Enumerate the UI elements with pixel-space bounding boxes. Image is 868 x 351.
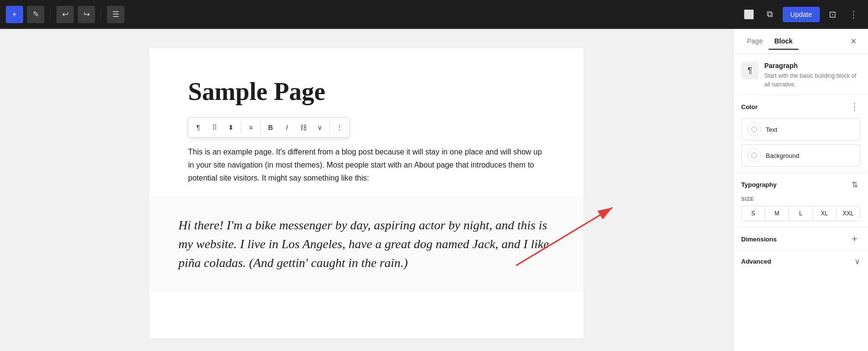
overflow-icon: ⋮ (849, 9, 858, 20)
font-size-buttons: S M L XL XXL (741, 206, 860, 221)
quote-block[interactable]: Hi there! I'm a bike messenger by day, a… (149, 197, 583, 292)
page-title: Sample Page (188, 77, 545, 106)
list-view-button[interactable]: ☰ (107, 6, 124, 23)
move-block-button[interactable]: ⬍ (223, 120, 239, 135)
more-options-button[interactable]: ⋮ (845, 6, 862, 23)
arrows-icon: ⬍ (228, 124, 234, 131)
background-color-label: Background (766, 152, 799, 159)
block-toolbar: ¶ ⠿ ⬍ ≡ B I ⛓ (188, 117, 350, 138)
edit-mode-button[interactable]: ✎ (27, 6, 44, 23)
vertical-dots-icon: ⋮ (850, 101, 859, 112)
more-rich-text-button[interactable]: ∨ (312, 120, 327, 135)
size-label: SIZE (741, 196, 860, 202)
redo-button[interactable]: ↪ (78, 6, 95, 23)
block-desc-text: Paragraph Start with the basic building … (764, 62, 860, 89)
paragraph-block[interactable]: This is an example page. It's different … (188, 145, 545, 185)
toolbar-divider-2 (101, 9, 101, 20)
block-name-label: Paragraph (764, 62, 860, 70)
background-color-circle (747, 149, 761, 162)
paragraph-icon: ¶ (196, 124, 200, 131)
plus-icon: + (12, 10, 16, 19)
redo-icon: ↪ (83, 10, 90, 19)
external-icon: ⧉ (767, 9, 773, 19)
paragraph-type-button[interactable]: ¶ (190, 120, 206, 135)
sidebar-icon: ⊡ (829, 9, 836, 20)
color-options: Text Background (741, 118, 860, 167)
dimensions-title: Dimensions (741, 236, 777, 243)
italic-icon: I (286, 124, 288, 131)
color-section-menu-button[interactable]: ⋮ (849, 101, 860, 112)
toolbar-right: ⬜ ⧉ Update ⊡ ⋮ (740, 6, 862, 23)
quote-text: Hi there! I'm a bike messenger by day, a… (178, 216, 555, 272)
sidebar-tabs: Page Block × (733, 29, 868, 54)
ellipsis-icon: ⋮ (336, 124, 343, 131)
right-sidebar: Page Block × ¶ Paragraph Start with the … (733, 29, 868, 351)
text-color-label: Text (766, 126, 777, 133)
top-toolbar: + ✎ ↩ ↪ ☰ ⬜ ⧉ Update ⊡ ⋮ (0, 0, 868, 29)
block-type-icon: ¶ (741, 62, 759, 79)
block-subtitle-label: Start with the basic building block of a… (764, 71, 860, 89)
align-icon: ≡ (249, 124, 253, 131)
desktop-icon: ⬜ (744, 9, 754, 20)
drag-icon: ⠿ (212, 124, 217, 131)
typography-section: Typography ⇅ SIZE S M L XL XXL (733, 173, 868, 227)
close-icon: × (851, 36, 856, 47)
dimensions-section: Dimensions + (733, 227, 868, 251)
undo-button[interactable]: ↩ (56, 6, 74, 23)
bold-button[interactable]: B (263, 120, 278, 135)
desktop-view-button[interactable]: ⬜ (740, 6, 758, 23)
list-view-icon: ☰ (112, 10, 119, 19)
size-xl-button[interactable]: XL (813, 206, 837, 221)
typography-header: Typography ⇅ (741, 179, 860, 190)
block-more-button[interactable]: ⋮ (332, 120, 347, 135)
italic-button[interactable]: I (279, 120, 295, 135)
size-m-button[interactable]: M (765, 206, 789, 221)
size-l-button[interactable]: L (789, 206, 813, 221)
typography-settings-button[interactable]: ⇅ (849, 179, 860, 190)
sidebar-toggle-button[interactable]: ⊡ (824, 6, 841, 23)
link-button[interactable]: ⛓ (296, 120, 311, 135)
editor-canvas: Sample Page ¶ ⠿ ⬍ ≡ B (0, 29, 733, 351)
add-block-button[interactable]: + (6, 6, 23, 23)
link-icon: ⛓ (300, 124, 307, 131)
bold-icon: B (268, 124, 273, 131)
block-toolbar-sep-2 (260, 122, 261, 133)
sliders-icon: ⇅ (852, 180, 858, 189)
pencil-icon: ✎ (33, 10, 39, 19)
plus-icon: + (852, 234, 857, 245)
main-wrapper: Sample Page ¶ ⠿ ⬍ ≡ B (0, 29, 868, 351)
typography-title: Typography (741, 181, 776, 188)
page-tab[interactable]: Page (741, 33, 769, 50)
block-toolbar-sep-1 (241, 122, 241, 133)
background-color-option[interactable]: Background (741, 144, 860, 167)
chevron-down-icon: ∨ (317, 124, 322, 131)
block-toolbar-sep-3 (329, 122, 330, 133)
color-section-header: Color ⋮ (741, 101, 860, 112)
toolbar-divider-1 (50, 9, 51, 20)
text-align-button[interactable]: ≡ (243, 120, 258, 135)
text-color-option[interactable]: Text (741, 118, 860, 140)
advanced-title: Advanced (741, 258, 771, 265)
sidebar-close-button[interactable]: × (847, 35, 860, 48)
color-section-title: Color (741, 103, 758, 111)
advanced-chevron-icon: ∨ (854, 257, 860, 266)
block-tab[interactable]: Block (769, 33, 799, 50)
size-s-button[interactable]: S (742, 206, 765, 221)
size-xxl-button[interactable]: XXL (837, 206, 860, 221)
text-color-indicator (751, 126, 757, 132)
block-description: ¶ Paragraph Start with the basic buildin… (733, 54, 868, 95)
dimensions-add-button[interactable]: + (849, 233, 860, 245)
advanced-section[interactable]: Advanced ∨ (733, 251, 868, 272)
text-color-circle (747, 123, 761, 136)
editor-content: Sample Page ¶ ⠿ ⬍ ≡ B (149, 48, 583, 338)
undo-icon: ↩ (62, 10, 68, 19)
background-color-indicator (751, 153, 757, 158)
paragraph-block-icon: ¶ (747, 66, 752, 76)
drag-handle-button[interactable]: ⠿ (207, 120, 222, 135)
color-section: Color ⋮ Text Background (733, 95, 868, 173)
update-button[interactable]: Update (783, 7, 820, 22)
external-link-button[interactable]: ⧉ (761, 6, 779, 23)
